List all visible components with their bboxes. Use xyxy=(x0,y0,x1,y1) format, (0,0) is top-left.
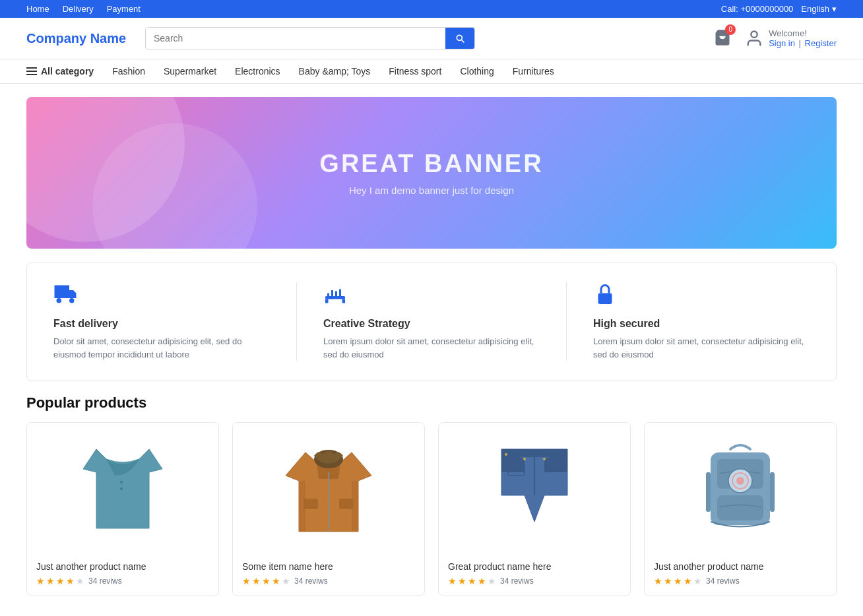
nav-fitness[interactable]: Fitness sport xyxy=(389,66,441,77)
star-4-5: ★ xyxy=(693,576,702,586)
svg-point-11 xyxy=(120,487,123,490)
search-icon xyxy=(455,33,465,44)
feature-strategy: Creative Strategy Lorem ipsum dolor sit … xyxy=(323,282,540,361)
nav-delivery[interactable]: Delivery xyxy=(63,4,94,14)
svg-point-1 xyxy=(69,298,75,303)
nav-furnitures[interactable]: Furnitures xyxy=(513,66,554,77)
star-3-1: ★ xyxy=(448,576,457,586)
auth-links: Sign in | Register xyxy=(769,38,837,48)
product-rating-1: ★ ★ ★ ★ ★ 34 reviws xyxy=(36,576,209,586)
feature-strategy-title: Creative Strategy xyxy=(323,318,540,330)
product-name-3: Great product name here xyxy=(448,561,621,572)
popular-products-title: Popular products xyxy=(26,394,837,412)
star-1-3: ★ xyxy=(56,576,65,586)
product-name-1: Just another product name xyxy=(36,561,209,572)
main-nav: All category Fashion Supermarket Electro… xyxy=(0,59,863,84)
star-4-2: ★ xyxy=(664,576,672,586)
feature-delivery-desc: Dolor sit amet, consectetur adipisicing … xyxy=(53,335,270,361)
star-1-5: ★ xyxy=(76,576,84,586)
review-count-4: 34 reviws xyxy=(706,576,740,586)
product-info-3: Great product name here ★ ★ ★ ★ ★ 34 rev… xyxy=(439,555,630,586)
search-bar xyxy=(145,27,475,49)
product-rating-2: ★ ★ ★ ★ ★ 34 reviws xyxy=(242,576,415,586)
product-image-4 xyxy=(645,423,836,555)
user-icon xyxy=(745,29,763,47)
backpack-product-image xyxy=(694,436,786,541)
feature-divider-2 xyxy=(566,282,567,361)
feature-secured-desc: Lorem ipsum dolor sit amet, consectetur … xyxy=(593,335,810,361)
top-right: Call: +0000000000 English ▾ xyxy=(721,4,837,14)
star-3-4: ★ xyxy=(478,576,486,586)
language-dropdown[interactable]: English ▾ xyxy=(801,4,837,14)
star-2-2: ★ xyxy=(252,576,261,586)
register-link[interactable]: Register xyxy=(805,38,837,48)
product-info-4: Just another product name ★ ★ ★ ★ ★ 34 r… xyxy=(645,555,836,586)
nav-baby-toys[interactable]: Baby &amp; Toys xyxy=(299,66,371,77)
delivery-icon xyxy=(53,282,270,311)
star-1-2: ★ xyxy=(46,576,55,586)
products-grid: Just another product name ★ ★ ★ ★ ★ 34 r… xyxy=(26,422,837,596)
product-image-1 xyxy=(27,423,218,555)
svg-point-0 xyxy=(57,298,62,303)
nav-clothing[interactable]: Clothing xyxy=(460,66,494,77)
hero-banner: GREAT BANNER Hey I am demo banner just f… xyxy=(26,97,837,249)
svg-rect-13 xyxy=(304,499,318,509)
review-count-3: 34 reviws xyxy=(500,576,534,586)
product-name-4: Just another product name xyxy=(654,561,827,572)
star-4-1: ★ xyxy=(654,576,662,586)
product-card-1[interactable]: Just another product name ★ ★ ★ ★ ★ 34 r… xyxy=(26,422,219,596)
stars-3: ★ ★ ★ ★ ★ xyxy=(448,576,496,586)
chevron-down-icon: ▾ xyxy=(832,4,837,14)
banner-title: GREAT BANNER xyxy=(319,150,543,178)
search-input[interactable] xyxy=(146,28,445,49)
product-image-3 xyxy=(439,423,630,555)
lock-icon xyxy=(593,282,810,311)
product-name-2: Some item name here xyxy=(242,561,415,572)
svg-rect-2 xyxy=(325,296,345,299)
product-card-4[interactable]: Just another product name ★ ★ ★ ★ ★ 34 r… xyxy=(644,422,837,596)
nav-home[interactable]: Home xyxy=(26,4,49,14)
top-nav: Home Delivery Payment xyxy=(26,4,141,14)
star-3-5: ★ xyxy=(488,576,496,586)
svg-rect-5 xyxy=(335,292,337,297)
svg-point-21 xyxy=(505,453,507,456)
svg-rect-4 xyxy=(331,290,333,296)
language-label: English xyxy=(801,4,829,14)
search-button[interactable] xyxy=(445,28,474,49)
header-right: 0 Welcome! Sign in | Register xyxy=(713,28,837,49)
banner-subtitle: Hey I am demo banner just for design xyxy=(349,185,514,196)
nav-payment[interactable]: Payment xyxy=(107,4,141,14)
star-1-4: ★ xyxy=(66,576,75,586)
sign-in-link[interactable]: Sign in xyxy=(769,38,795,48)
svg-rect-14 xyxy=(339,499,354,509)
auth-divider: | xyxy=(799,38,801,48)
company-name[interactable]: Company Name xyxy=(26,31,132,46)
star-1-1: ★ xyxy=(36,576,45,586)
stars-4: ★ ★ ★ ★ ★ xyxy=(654,576,702,586)
svg-rect-16 xyxy=(501,449,567,457)
product-card-3[interactable]: Great product name here ★ ★ ★ ★ ★ 34 rev… xyxy=(438,422,631,596)
hamburger-icon xyxy=(26,67,37,75)
welcome-text: Welcome! xyxy=(769,28,837,38)
all-category[interactable]: All category xyxy=(26,66,94,77)
star-2-3: ★ xyxy=(262,576,271,586)
cart-wrapper[interactable]: 0 xyxy=(713,28,732,49)
product-info-1: Just another product name ★ ★ ★ ★ ★ 34 r… xyxy=(27,555,218,586)
popular-products-section: Popular products Just another product na… xyxy=(26,394,837,596)
stars-2: ★ ★ ★ ★ ★ xyxy=(242,576,290,586)
nav-fashion[interactable]: Fashion xyxy=(112,66,145,77)
nav-supermarket[interactable]: Supermarket xyxy=(164,66,216,77)
product-rating-4: ★ ★ ★ ★ ★ 34 reviws xyxy=(654,576,827,586)
star-2-5: ★ xyxy=(282,576,290,586)
star-2-1: ★ xyxy=(242,576,251,586)
product-image-2 xyxy=(233,423,424,555)
feature-delivery: Fast delivery Dolor sit amet, consectetu… xyxy=(53,282,270,361)
nav-electronics[interactable]: Electronics xyxy=(235,66,280,77)
feature-delivery-title: Fast delivery xyxy=(53,318,270,330)
top-bar: Home Delivery Payment Call: +0000000000 … xyxy=(0,0,863,18)
feature-divider-1 xyxy=(296,282,297,361)
all-category-label: All category xyxy=(41,66,94,77)
product-card-2[interactable]: Some item name here ★ ★ ★ ★ ★ 34 reviws xyxy=(232,422,425,596)
svg-rect-9 xyxy=(598,293,612,305)
svg-rect-3 xyxy=(327,293,329,297)
